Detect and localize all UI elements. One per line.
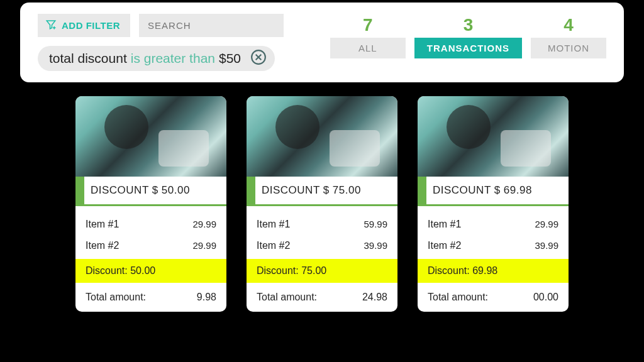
add-filter-label: ADD FILTER (62, 20, 120, 31)
tab-transactions-button[interactable]: TRANSACTIONS (414, 38, 522, 58)
tab-transactions-count: 3 (464, 15, 474, 35)
transaction-card[interactable]: DISCOUNT $ 69.98 Item #1 29.99 Item #2 3… (418, 96, 569, 312)
card-thumbnail (418, 96, 569, 177)
filter-top-row: ADD FILTER (38, 14, 311, 37)
tab-motion: 4 MOTION (531, 15, 606, 58)
card-body: Item #1 59.99 Item #2 39.99 Discount: 75… (247, 206, 397, 312)
discount-highlight: Discount: 50.00 (75, 259, 226, 283)
item-price: 39.99 (364, 240, 387, 251)
transaction-card[interactable]: DISCOUNT $ 50.00 Item #1 29.99 Item #2 2… (75, 96, 226, 312)
tab-all-count: 7 (363, 15, 373, 35)
cards-row: DISCOUNT $ 50.00 Item #1 29.99 Item #2 2… (0, 82, 644, 312)
line-item: Item #2 39.99 (255, 235, 389, 256)
card-thumbnail (75, 96, 226, 177)
filter-chip-field: total discount (49, 51, 127, 66)
filter-bar: ADD FILTER total discount is greater tha… (20, 3, 624, 82)
tab-motion-count: 4 (564, 15, 574, 35)
discount-highlight: Discount: 75.00 (247, 259, 397, 283)
line-item: Item #1 29.99 (84, 214, 218, 235)
card-header: DISCOUNT $ 50.00 (75, 177, 226, 204)
filters-left: ADD FILTER total discount is greater tha… (38, 14, 311, 71)
card-discount-title: DISCOUNT $ 69.98 (426, 177, 569, 204)
add-filter-button[interactable]: ADD FILTER (38, 14, 130, 37)
filter-chip[interactable]: total discount is greater than $50 (38, 46, 275, 71)
item-name: Item #1 (86, 219, 119, 230)
item-price: 39.99 (535, 240, 558, 251)
search-input[interactable] (139, 14, 284, 37)
card-discount-title: DISCOUNT $ 50.00 (84, 177, 226, 204)
card-body: Item #1 29.99 Item #2 29.99 Discount: 50… (75, 206, 226, 312)
total-row: Total amount: 24.98 (255, 285, 389, 303)
filter-chip-value: $50 (219, 51, 241, 66)
tab-all-button[interactable]: ALL (330, 38, 406, 58)
total-value: 9.98 (197, 292, 216, 303)
item-name: Item #1 (428, 219, 461, 230)
filter-funnel-icon (45, 19, 57, 32)
total-label: Total amount: (86, 292, 146, 303)
card-accent-stripe (418, 177, 426, 204)
total-row: Total amount: 00.00 (426, 285, 560, 303)
card-header: DISCOUNT $ 69.98 (418, 177, 569, 204)
card-discount-title: DISCOUNT $ 75.00 (255, 177, 397, 204)
remove-filter-button[interactable] (250, 50, 267, 67)
item-price: 29.99 (192, 240, 216, 251)
item-name: Item #2 (257, 240, 290, 251)
total-label: Total amount: (257, 292, 317, 303)
line-item: Item #1 29.99 (426, 214, 560, 235)
total-row: Total amount: 9.98 (84, 285, 218, 303)
item-price: 29.99 (192, 219, 216, 230)
item-price: 59.99 (364, 219, 387, 230)
filter-chip-operator: is greater than (131, 51, 215, 66)
card-accent-stripe (75, 177, 84, 204)
tab-all: 7 ALL (330, 15, 406, 58)
item-price: 29.99 (535, 219, 558, 230)
close-circle-icon (250, 49, 267, 69)
total-label: Total amount: (428, 292, 488, 303)
line-item: Item #2 39.99 (426, 235, 560, 256)
transaction-card[interactable]: DISCOUNT $ 75.00 Item #1 59.99 Item #2 3… (247, 96, 397, 312)
card-body: Item #1 29.99 Item #2 39.99 Discount: 69… (418, 206, 569, 312)
item-name: Item #2 (86, 240, 119, 251)
discount-highlight: Discount: 69.98 (418, 259, 569, 283)
tab-transactions: 3 TRANSACTIONS (414, 15, 522, 58)
tab-motion-button[interactable]: MOTION (531, 38, 606, 58)
total-value: 00.00 (533, 292, 558, 303)
category-tabs: 7 ALL 3 TRANSACTIONS 4 MOTION (330, 14, 606, 58)
card-accent-stripe (247, 177, 255, 204)
item-name: Item #1 (257, 219, 290, 230)
line-item: Item #2 29.99 (84, 235, 218, 256)
card-header: DISCOUNT $ 75.00 (247, 177, 397, 204)
total-value: 24.98 (362, 292, 387, 303)
item-name: Item #2 (428, 240, 461, 251)
card-thumbnail (247, 96, 397, 177)
line-item: Item #1 59.99 (255, 214, 389, 235)
